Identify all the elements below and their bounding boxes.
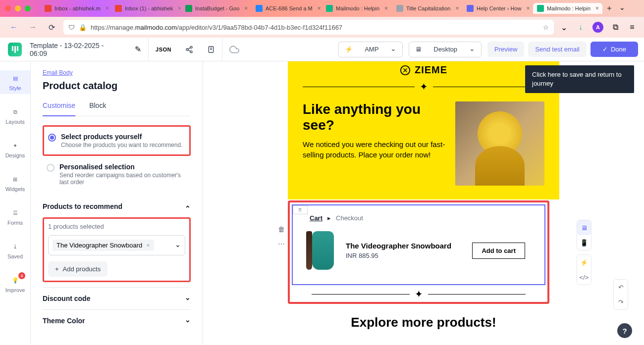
cart-step[interactable]: Cart — [310, 214, 322, 222]
amp-label: AMP — [365, 46, 378, 53]
product-select[interactable]: The Videographer Snowboard × — [48, 235, 185, 255]
chevron-down-icon[interactable] — [175, 241, 181, 250]
rail-saved[interactable]: ⤓Saved — [0, 239, 30, 262]
minimize-window[interactable] — [15, 5, 21, 11]
option-title: Select products yourself — [61, 133, 182, 141]
browser-tab[interactable]: ACE-686 Send a M× — [252, 3, 321, 14]
drag-handle[interactable]: ⠿ — [293, 205, 308, 214]
close-window[interactable] — [5, 5, 11, 11]
desktop-view-icon[interactable]: 🖥 — [577, 220, 591, 235]
badge: 4 — [18, 272, 25, 279]
device-selector[interactable]: 🖥Desktop — [409, 42, 482, 57]
product-price: INR 885.95 — [346, 252, 460, 259]
lock-icon: 🔒 — [79, 24, 87, 31]
product-image — [312, 231, 334, 270]
delete-block-icon[interactable]: 🗑 — [278, 225, 285, 233]
radio-checked[interactable] — [48, 134, 56, 142]
products-count: 1 products selected — [48, 223, 185, 230]
star-icon: ✦ — [415, 288, 423, 300]
close-icon[interactable]: × — [455, 5, 459, 12]
rail-widgets[interactable]: ⊞Widgets — [0, 171, 30, 195]
undo-redo-tools: ↶ ↷ — [613, 279, 628, 310]
done-button[interactable]: ✓Done — [590, 42, 638, 57]
browser-tab[interactable]: Inbox - abhishek.m× — [41, 3, 110, 14]
share-button[interactable] — [178, 38, 200, 61]
html-icon[interactable]: </> — [577, 270, 591, 285]
json-button[interactable]: JSON — [149, 38, 178, 61]
bookmark-star-icon[interactable]: ☆ — [543, 24, 549, 31]
undo-icon[interactable]: ↶ — [614, 280, 628, 295]
forward-button[interactable]: → — [26, 20, 40, 34]
checkout-step[interactable]: Checkout — [336, 214, 363, 222]
close-icon[interactable]: × — [595, 5, 599, 12]
highlight-box-cart: ⠿ 🗑 ⋯ Cart ▸ Checkout — [288, 200, 549, 304]
cart-block[interactable]: ⠿ 🗑 ⋯ Cart ▸ Checkout — [292, 204, 545, 285]
add-products-label: Add products — [63, 265, 101, 273]
send-test-button[interactable]: Send test email — [528, 42, 587, 57]
amp-icon[interactable]: ⚡ — [577, 255, 591, 270]
redo-icon[interactable]: ↷ — [614, 295, 628, 309]
reload-button[interactable]: ⟳ — [45, 20, 58, 34]
notes-button[interactable] — [200, 38, 222, 61]
browser-url-bar: ← → ⟳ 🛡 🔒 https://manage.mailmodo.com/ap… — [0, 17, 644, 38]
rail-label: Layouts — [5, 119, 25, 125]
edit-name-button[interactable]: ✎ — [128, 38, 148, 61]
help-button[interactable]: ? — [617, 323, 632, 338]
extensions-icon[interactable]: ⧉ — [610, 22, 620, 32]
section-label: Products to recommend — [43, 202, 122, 210]
add-to-cart-button[interactable]: Add to cart — [472, 243, 525, 259]
close-icon[interactable]: × — [318, 5, 321, 12]
close-icon[interactable]: × — [244, 5, 248, 12]
hero-section[interactable]: ZIEME ✦ Like anything you see? We notice… — [288, 61, 559, 199]
favicon — [45, 5, 52, 12]
side-rail: ▤Style ⧉Layouts ✦Designs ⊞Widgets ☰Forms… — [0, 61, 31, 345]
more-block-icon[interactable]: ⋯ — [278, 240, 285, 248]
tab-customise[interactable]: Customise — [43, 101, 75, 116]
discount-section-header[interactable]: Discount code — [43, 287, 191, 309]
close-icon[interactable]: × — [178, 5, 180, 12]
cloud-sync-button[interactable] — [222, 38, 246, 61]
theme-section-header[interactable]: Theme Color — [43, 309, 191, 332]
option-personalised[interactable]: Personalised selection Send reorder camp… — [43, 161, 191, 188]
mobile-view-icon[interactable]: 📱 — [577, 235, 591, 250]
option-desc: Choose the products you want to recommen… — [61, 142, 182, 148]
breadcrumb[interactable]: Email Body — [43, 69, 191, 76]
browser-tab[interactable]: Title Capitalization× — [392, 3, 462, 14]
amp-selector[interactable]: ⚡AMP — [338, 42, 403, 57]
profile-avatar[interactable]: A — [592, 22, 603, 33]
menu-icon[interactable]: ≡ — [627, 22, 637, 32]
option-select-yourself[interactable]: Select products yourself Choose the prod… — [48, 131, 185, 150]
favicon — [185, 5, 192, 12]
template-name[interactable]: Template - 13-02-2025 - 06:09 — [30, 42, 128, 57]
app-logo[interactable] — [8, 43, 22, 56]
tab-list-dropdown[interactable] — [616, 2, 628, 14]
close-icon[interactable]: × — [526, 5, 530, 12]
browser-tab[interactable]: Help Center › How× — [463, 3, 532, 14]
browser-tab[interactable]: InstaBudget - Goo× — [181, 3, 251, 14]
rail-forms[interactable]: ☰Forms — [0, 205, 30, 229]
hero-text: Like anything you see? We noticed you we… — [303, 101, 445, 160]
rail-style[interactable]: ▤Style — [0, 70, 30, 94]
remove-chip-icon[interactable]: × — [146, 242, 150, 249]
radio-unchecked[interactable] — [47, 164, 54, 172]
back-button[interactable]: ← — [7, 20, 21, 34]
tab-block[interactable]: Block — [89, 101, 106, 116]
maximize-window[interactable] — [25, 5, 31, 11]
preview-button[interactable]: Preview — [487, 42, 524, 57]
rail-improve[interactable]: 4💡Improve — [0, 272, 30, 296]
products-section-header[interactable]: Products to recommend — [43, 196, 191, 217]
panel-tabs: Customise Block — [43, 101, 191, 116]
browser-tab[interactable]: Inbox (1) - abhishek× — [111, 3, 180, 14]
rail-designs[interactable]: ✦Designs — [0, 138, 30, 161]
pocket-icon[interactable]: ⌄ — [559, 22, 569, 32]
hero-image — [455, 101, 544, 186]
close-icon[interactable]: × — [384, 5, 388, 12]
download-icon[interactable]: ↓ — [576, 22, 586, 32]
rail-layouts[interactable]: ⧉Layouts — [0, 104, 30, 128]
url-input[interactable]: 🛡 🔒 https://manage.mailmodo.com/app/edit… — [63, 20, 554, 35]
browser-tab[interactable]: Mailmodo : Helpin× — [322, 3, 391, 14]
browser-tab-active[interactable]: Mailmodo : Helpin× — [533, 3, 602, 14]
add-products-button[interactable]: + Add products — [48, 261, 107, 277]
close-icon[interactable]: × — [106, 5, 109, 12]
new-tab-button[interactable]: + — [603, 2, 615, 14]
